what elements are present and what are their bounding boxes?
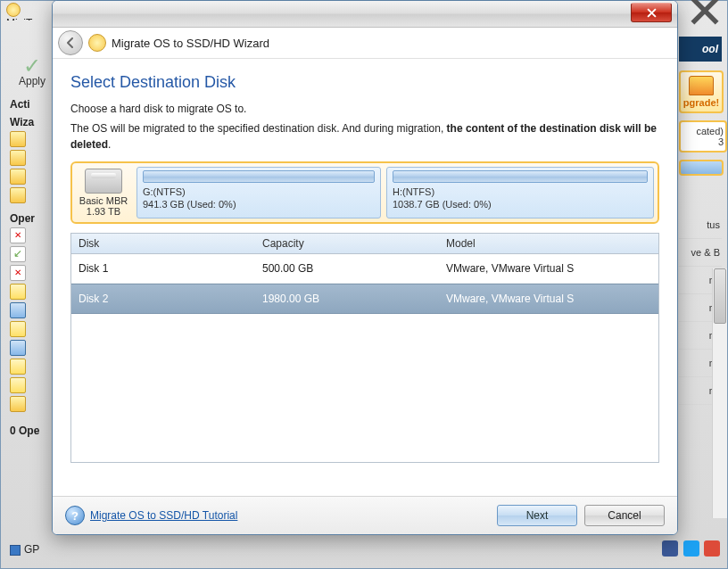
op-icon[interactable]: ✕ [10,265,26,281]
wiz-icon[interactable] [10,150,26,166]
bg-window-controls[interactable] [690,3,720,19]
op-icon[interactable] [10,359,26,375]
section-wizards: Wiza [10,116,54,128]
apply-icon[interactable]: ✓ [19,54,46,71]
twitter-icon[interactable] [683,540,699,557]
instruction-line2: The OS will be migrated to the specified… [70,120,659,153]
upgrade-button[interactable]: pgrade! [679,70,724,113]
partition-size: 1038.7 GB (Used: 0%) [393,199,648,211]
wizard-body: Select Destination Disk Choose a hard di… [53,59,677,470]
table-row[interactable]: Disk 2 1980.00 GB VMware, VMware Virtual… [71,284,658,314]
wizard-header: Migrate OS to SSD/HD Wizard [53,28,677,59]
help-icon[interactable]: ? [65,506,85,525]
close-button[interactable] [631,3,672,22]
back-button[interactable] [58,30,83,55]
right-info-text: 3 [682,136,724,147]
social-icons [660,540,720,559]
next-button[interactable]: Next [497,505,577,526]
instruction-line1: Choose a hard disk to migrate OS to. [70,101,659,117]
instruction-text: Choose a hard disk to migrate OS to. The… [70,101,659,153]
disk-icon [85,169,122,194]
app-icon [88,34,106,52]
main-window-title: MiniT [6,3,42,21]
left-toolbar: ✓ Apply Acti Wiza Oper ✕ ↙ ✕ 0 Ope [10,50,54,437]
partition-label: H:(NTFS) [393,186,648,199]
table-header: Disk Capacity Model [71,234,658,254]
scrollbar[interactable] [712,268,727,518]
scrollbar-thumb[interactable] [714,268,726,324]
disk-preview: Basic MBR 1.93 TB G:(NTFS) 941.3 GB (Use… [70,161,659,224]
wizard-footer: ? Migrate OS to SSD/HD Tutorial Next Can… [53,496,677,534]
cart-icon [689,76,714,95]
tutorial-link[interactable]: Migrate OS to SSD/HD Tutorial [90,509,237,522]
section-actions: Acti [10,98,54,111]
op-icon[interactable] [10,340,26,356]
op-icon[interactable] [10,396,26,412]
section-operations: Oper [10,212,54,225]
disk-summary: Basic MBR 1.93 TB [76,167,131,219]
partition-usage-bar [393,170,648,183]
disk-table: Disk Capacity Model Disk 1 500.00 GB VMw… [70,233,659,463]
partition-block[interactable]: H:(NTFS) 1038.7 GB (Used: 0%) [386,167,654,219]
googleplus-icon[interactable] [704,540,720,557]
legend-chip [10,545,21,556]
page-heading: Select Destination Disk [70,73,659,92]
wiz-icon[interactable] [10,131,26,147]
wizard-title: Migrate OS to SSD/HD Wizard [112,37,269,50]
right-info-text: cated) [682,126,724,136]
disk-size: 1.93 TB [87,206,120,217]
brand-logo: ool [679,37,722,62]
legend-label: GP [24,543,39,556]
op-icon[interactable] [10,321,26,337]
cell-disk: Disk 2 [71,293,255,305]
op-icon[interactable]: ✕ [10,227,26,243]
wiz-icon[interactable] [10,169,26,185]
op-icon[interactable]: ↙ [10,246,26,262]
cell-model: VMware, VMware Virtual S [439,262,658,275]
apply-label: Apply [10,75,54,87]
pending-ops: 0 Ope [10,425,54,437]
migrate-wizard-dialog: Migrate OS to SSD/HD Wizard Select Desti… [52,0,678,535]
op-icon[interactable] [10,377,26,393]
col-disk-header[interactable]: Disk [71,237,255,250]
table-row[interactable]: Disk 1 500.00 GB VMware, VMware Virtual … [71,254,658,284]
app-icon [6,3,21,17]
cell-disk: Disk 1 [71,262,255,275]
legend: GP [10,543,39,556]
titlebar [53,1,677,28]
partition-label: G:(NTFS) [143,186,375,199]
cell-model: VMware, VMware Virtual S [439,293,658,305]
col-capacity-header[interactable]: Capacity [255,237,439,250]
upgrade-label: pgrade! [681,97,722,108]
wiz-icon[interactable] [10,187,26,203]
right-partition-bar [679,160,724,176]
list-item: ve & B [679,239,722,267]
disk-type: Basic MBR [79,195,128,206]
col-model-header[interactable]: Model [439,237,658,250]
facebook-icon[interactable] [662,540,678,557]
cell-capacity: 500.00 GB [255,262,439,275]
cell-capacity: 1980.00 GB [255,293,439,305]
partition-usage-bar [143,170,375,183]
partition-block[interactable]: G:(NTFS) 941.3 GB (Used: 0%) [136,167,381,219]
partition-size: 941.3 GB (Used: 0%) [143,199,375,211]
status-header: tus [679,211,722,239]
right-info-box: cated) 3 [679,120,727,153]
cancel-button[interactable]: Cancel [584,505,665,526]
op-icon[interactable] [10,284,26,300]
main-title-text: MiniT [6,17,32,21]
op-icon[interactable] [10,302,26,318]
